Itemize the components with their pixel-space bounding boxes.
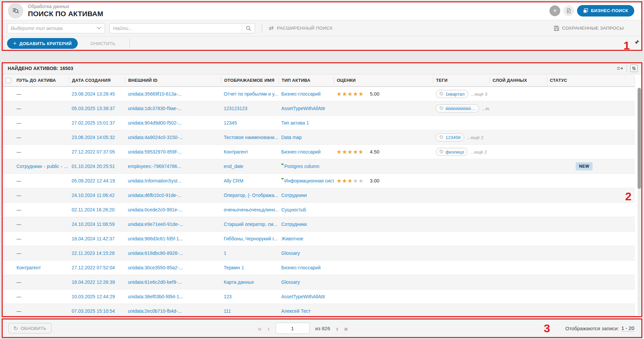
path-link[interactable]: public (47, 164, 59, 169)
table-row[interactable]: —23.08.2024 13:28:45unidata:35669f10-613… (2, 87, 635, 101)
path-link[interactable]: Сотрудники (16, 164, 42, 169)
asset-type-link[interactable]: Тип актива 1 (281, 120, 309, 126)
table-row[interactable]: —18.04.2022 12:26:39unidata:61e6c2d0-bef… (2, 275, 635, 290)
table-row[interactable]: —23.06.2024 14:05:32unidata:4a9024c0-315… (2, 130, 635, 145)
external-id-link[interactable]: unidata:0cede2c0-991e-... (128, 207, 183, 212)
first-page-button[interactable]: « (258, 324, 262, 332)
display-name-link[interactable]: 1 (224, 250, 226, 256)
display-name-link[interactable]: Гиббоны, Чернорукий г... (224, 236, 278, 241)
created-date-link[interactable]: 24.10.2024 11:06:59 (72, 222, 114, 227)
pin-icon[interactable] (635, 40, 640, 46)
display-name-link[interactable]: Оператор, (- Отобража... (224, 193, 278, 198)
search-button[interactable] (242, 24, 255, 33)
external-id-link[interactable]: unidata:35669f10-613a-... (128, 91, 182, 97)
column-header-path[interactable]: ПУТЬ ДО АКТИВА (14, 77, 69, 84)
display-name-link[interactable]: 123123123 (224, 106, 247, 111)
business-search-button[interactable]: БИЗНЕС-ПОИСК (577, 5, 634, 16)
external-id-link[interactable]: unidata:618dbc80-8928-... (128, 250, 183, 256)
prev-page-button[interactable]: ‹ (267, 324, 270, 332)
created-date-link[interactable]: 27.12.2022 07:52:04 (72, 265, 115, 270)
created-date-link[interactable]: 23.08.2024 13:28:45 (72, 91, 115, 97)
asset-type-link[interactable]: Data map (281, 135, 302, 140)
asset-type-link[interactable]: AssetTypeWithAllAttr (281, 106, 325, 111)
vertical-scrollbar[interactable] (638, 88, 641, 315)
column-header-tags[interactable]: ТЕГИ (433, 77, 490, 84)
tags-more-link[interactable]: ...ещё 7 (482, 106, 490, 111)
search-input[interactable] (110, 24, 242, 33)
table-row[interactable]: —10.03.2025 12:44:29unidata:38ef03b0-fd9… (2, 290, 635, 304)
tag-chip[interactable]: физлицо (436, 148, 468, 156)
table-row[interactable]: Контрагент27.12.2022 07:52:04unidata:30c… (2, 261, 635, 275)
select-all-checkbox[interactable] (6, 78, 11, 83)
asset-type-link[interactable]: Glossary (281, 250, 300, 256)
path-link[interactable]: ... (64, 164, 68, 169)
created-date-link[interactable]: 07.03.2025 15:10:54 (72, 308, 115, 314)
asset-type-link[interactable]: Postgres column (284, 164, 319, 169)
export-file-button[interactable] (563, 5, 574, 16)
asset-type-link[interactable]: Glossary (281, 279, 300, 285)
tags-more-link[interactable]: ...ещё 2 (467, 135, 484, 140)
table-row[interactable]: —22.11.2023 14:15:28unidata:618dbc80-892… (2, 246, 635, 261)
external-id-link[interactable]: unidata:59532970-859f-... (128, 149, 182, 155)
clear-button[interactable]: ОЧИСТИТЬ (91, 41, 115, 46)
external-id-link[interactable]: unidata:38ef03b0-fd94-1... (128, 294, 183, 299)
path-link[interactable]: Контрагент (16, 265, 41, 270)
display-name-link[interactable]: 12345 (224, 120, 237, 126)
created-date-link[interactable]: 18.04.2022 12:26:39 (72, 279, 115, 285)
tags-more-link[interactable]: ...ещё 3 (471, 92, 488, 97)
refresh-button[interactable]: ↻ ОБНОВИТЬ (8, 323, 51, 334)
column-settings-button[interactable] (630, 65, 638, 72)
asset-type-link[interactable]: Сотрудники (281, 193, 307, 198)
column-header-external-id[interactable]: ВНЕШНИЙ ID (125, 77, 221, 84)
tag-chip[interactable]: 1квартал (436, 90, 468, 98)
created-date-link[interactable]: 27.02.2025 15:01:37 (72, 120, 115, 126)
created-date-link[interactable]: 23.06.2024 14:05:32 (72, 135, 115, 140)
created-date-link[interactable]: 18.04.2024 11:42:37 (72, 236, 114, 241)
table-row[interactable]: —24.10.2024 11:06:42unidata:d6fb10c0-91d… (2, 188, 635, 203)
asset-type-link[interactable]: Бизнес-глоссарий (281, 91, 321, 97)
external-id-link[interactable]: employees:-796974786... (128, 164, 181, 169)
external-id-link[interactable]: unidata:InformationSyst... (128, 178, 181, 183)
table-row[interactable]: —05.03.2025 13:39:37unidata:1dc37830-f9a… (2, 101, 635, 116)
display-name-link[interactable]: Карта данных (224, 279, 254, 285)
fit-columns-button[interactable] (616, 66, 623, 71)
column-header-rating[interactable]: ОЦЕНКИ (334, 77, 433, 84)
created-date-link[interactable]: 10.03.2025 12:44:29 (72, 294, 115, 299)
table-row[interactable]: Сотрудники›public›...01.10.2024 20:25:51… (2, 159, 635, 174)
external-id-link[interactable]: unidata:1dc37830-f9ae-... (128, 106, 182, 111)
display-name-link[interactable]: Термин 1 (224, 265, 244, 270)
display-name-link[interactable]: Ally CRM (224, 178, 243, 183)
created-date-link[interactable]: 24.10.2024 11:06:42 (72, 193, 114, 198)
table-row[interactable]: —24.10.2024 11:06:59unidata:e9e71ee0-91d… (2, 217, 635, 232)
created-date-link[interactable]: 05.09.2022 12:44:19 (72, 178, 115, 183)
tag-chip[interactable]: йййййййййй… (436, 104, 479, 112)
asset-type-link[interactable]: Алексей Тест (281, 308, 311, 314)
external-id-link[interactable]: unidata:61e6c2d0-bef9-... (128, 279, 182, 285)
add-asset-button[interactable]: + (549, 5, 560, 16)
column-header-display-name[interactable]: ОТОБРАЖАЕМОЕ ИМЯ (221, 77, 279, 84)
display-name-link[interactable]: Контрагент (224, 149, 248, 155)
external-id-link[interactable]: unidata:e9e71ee0-91de-... (128, 222, 183, 227)
column-header-created-date[interactable]: ДАТА СОЗДАНИЯ (69, 77, 125, 84)
saved-queries-link[interactable]: СОХРАНЕННЫЕ ЗАПРОСЫ (554, 26, 624, 31)
external-id-link[interactable]: unidata:4a9024c0-3150-... (128, 135, 183, 140)
display-name-link[interactable]: 111 (224, 308, 231, 314)
table-row[interactable]: —27.12.2022 07:37:05unidata:59532970-859… (2, 145, 635, 159)
created-date-link[interactable]: 05.03.2025 13:39:37 (72, 106, 115, 111)
asset-type-link[interactable]: Животное (281, 236, 303, 241)
scrollbar-thumb[interactable] (638, 88, 641, 189)
tags-more-link[interactable]: ...ещё 2 (470, 149, 487, 155)
records-range[interactable]: 1 - 20 (621, 325, 634, 332)
created-date-link[interactable]: 27.12.2022 07:37:05 (72, 149, 115, 155)
asset-type-link[interactable]: СущностьБ (281, 207, 306, 212)
last-page-button[interactable]: » (344, 324, 348, 332)
external-id-link[interactable]: unidata:d6fb10c0-91de-... (128, 193, 182, 198)
advanced-search-link[interactable]: ⇄ РАСШИРЕННЫЙ ПОИСК (269, 25, 333, 32)
display-name-link[interactable]: end_date (224, 164, 243, 169)
table-row[interactable]: —27.02.2025 15:01:37unidata:904d9d00-f50… (2, 116, 635, 130)
asset-type-link[interactable]: Бизнес-глоссарий (281, 265, 321, 270)
add-criteria-button[interactable]: + ДОБАВИТЬ КРИТЕРИЙ (7, 38, 78, 49)
asset-type-link[interactable]: Информационная систем (284, 178, 334, 183)
table-row[interactable]: —02.11.2024 16:26:20unidata:0cede2c0-991… (2, 203, 635, 217)
created-date-link[interactable]: 22.11.2023 14:15:28 (72, 250, 114, 256)
